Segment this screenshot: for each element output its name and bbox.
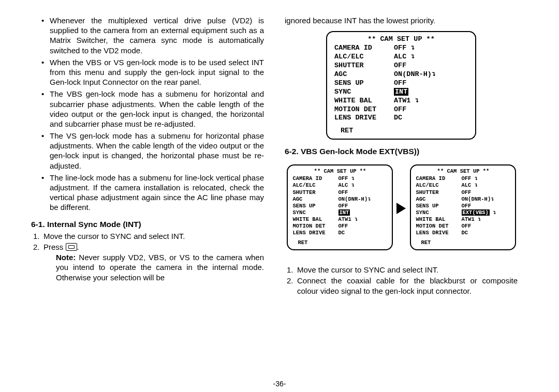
menu-key: WHITE BAL — [416, 216, 462, 223]
step-1: Move the cursor to SYNC and select INT. — [285, 265, 518, 275]
menu-key: SENS UP — [416, 203, 462, 209]
bullet-item: The VS gen-lock mode has a submenu for h… — [41, 131, 264, 171]
menu-val: ON(DNR-H)↴ — [339, 196, 371, 203]
cam-setup-menu-small-after: ** CAM SET UP ** CAMERA IDOFF ↴ ALC/ELCA… — [410, 164, 516, 250]
cam-setup-menu: ** CAM SET UP ** CAMERA IDOFF ↴ ALC/ELCA… — [326, 31, 476, 140]
menu-val: OFF ↴ — [339, 175, 371, 182]
menu-key: SENS UP — [334, 79, 394, 88]
menu-key: SYNC — [334, 88, 394, 97]
menu-key: AGC — [334, 70, 394, 79]
menu-button-icon — [66, 243, 77, 251]
menu-table: CAMERA IDOFF ↴ ALC/ELCALC ↴ SHUTTEROFF A… — [416, 175, 496, 236]
menu-val: INT — [394, 88, 436, 97]
menu-key: WHITE BAL — [293, 216, 339, 223]
note: Note: Never supply VD2, VBS, or VS to th… — [56, 252, 264, 283]
menu-key: CAMERA ID — [416, 175, 462, 182]
menu-key: SHUTTER — [293, 189, 339, 196]
bullet-item: The line-lock mode has a submenu for lin… — [41, 173, 264, 213]
svg-marker-0 — [396, 203, 406, 214]
menu-key: ALC/ELC — [334, 53, 394, 62]
menu-key: CAMERA ID — [293, 175, 339, 182]
menu-key: LENS DRIVE — [334, 114, 394, 123]
menu-key: SYNC — [416, 209, 462, 216]
selected-value: EXT(VBS) — [462, 209, 490, 216]
menu-key: ALC/ELC — [416, 182, 462, 189]
menu-val: ON(DNR-H)↴ — [394, 70, 436, 79]
bullet-item: When the VBS or VS gen-lock mode is to b… — [41, 57, 264, 87]
menu-key: SENS UP — [293, 203, 339, 209]
menu-key: LENS DRIVE — [416, 230, 462, 236]
menu-title: ** CAM SET UP ** — [293, 168, 388, 175]
menu-title: ** CAM SET UP ** — [334, 35, 468, 44]
menu-val: OFF — [339, 203, 371, 209]
menu-key: WHITE BAL — [334, 97, 394, 105]
menu-key: AGC — [293, 196, 339, 203]
menu-val: ALC ↴ — [462, 182, 496, 189]
step-2-prefix: Press — [43, 243, 66, 251]
menu-val: OFF — [462, 189, 496, 196]
menu-table: CAMERA IDOFF ↴ ALC/ELCALC ↴ SHUTTEROFF A… — [334, 44, 436, 123]
menu-title: ** CAM SET UP ** — [416, 168, 511, 175]
menu-val: DC — [394, 114, 436, 123]
menu-val: OFF — [394, 79, 436, 88]
menu-key: AGC — [416, 196, 462, 203]
continued-text: ignored because INT has the lowest prior… — [285, 16, 518, 26]
bullet-list: Whenever the multiplexed vertical drive … — [41, 16, 264, 213]
arrow-right-icon — [396, 203, 406, 214]
menu-val: OFF — [462, 223, 496, 230]
note-text: Never supply VD2, VBS, or VS to the came… — [56, 253, 264, 282]
menu-key: ALC/ELC — [293, 182, 339, 189]
menu-val: ON(DNR-H)↴ — [462, 196, 496, 203]
section-6-2-heading: 6-2. VBS Gen-lock Mode EXT(VBS)) — [285, 147, 518, 156]
menu-val: DC — [462, 230, 496, 236]
menu-val: OFF — [394, 62, 436, 70]
left-column: Whenever the multiplexed vertical drive … — [26, 16, 274, 387]
section-6-1-heading: 6-1. Internal Sync Mode (INT) — [31, 220, 264, 229]
menu-val: INT — [339, 209, 371, 216]
menu-key: MOTION DET — [293, 223, 339, 230]
selected-value: INT — [394, 88, 408, 96]
menu-val: ATW1 ↴ — [462, 216, 496, 223]
menu-val: OFF — [462, 203, 496, 209]
menu-val: ATW1 ↴ — [394, 97, 436, 105]
menu-key: MOTION DET — [416, 223, 462, 230]
menu-val: ALC ↴ — [339, 182, 371, 189]
menu-val: OFF ↴ — [394, 44, 436, 53]
menu-val: OFF — [339, 189, 371, 196]
note-label: Note: — [56, 253, 76, 262]
menu-val: EXT(VBS) ↴ — [462, 209, 496, 216]
menu-val: OFF — [339, 223, 371, 230]
step-1: Move the cursor to SYNC and select INT. — [31, 231, 264, 242]
menu-val: OFF ↴ — [462, 175, 496, 182]
menu-val: ALC ↴ — [394, 53, 436, 62]
numbered-list-61: Move the cursor to SYNC and select INT. … — [31, 231, 264, 283]
menu-key: CAMERA ID — [334, 44, 394, 53]
menu-pair: ** CAM SET UP ** CAMERA IDOFF ↴ ALC/ELCA… — [285, 159, 518, 257]
menu-ret: RET — [341, 127, 468, 135]
right-column: ignored because INT has the lowest prior… — [274, 16, 523, 387]
menu-key: LENS DRIVE — [293, 230, 339, 236]
bullet-item: Whenever the multiplexed vertical drive … — [41, 16, 264, 55]
step-2-suffix: . — [77, 243, 79, 251]
menu-val: OFF — [394, 105, 436, 114]
selected-value: INT — [339, 209, 350, 216]
menu-val: DC — [339, 230, 371, 236]
cam-setup-menu-small-before: ** CAM SET UP ** CAMERA IDOFF ↴ ALC/ELCA… — [287, 164, 393, 250]
page-number: -36- — [0, 380, 559, 388]
menu-ret: RET — [298, 239, 388, 246]
numbered-list-62: Move the cursor to SYNC and select INT. … — [285, 265, 518, 296]
submenu-arrow: ↴ — [490, 209, 496, 216]
menu-key: SYNC — [293, 209, 339, 216]
menu-table: CAMERA IDOFF ↴ ALC/ELCALC ↴ SHUTTEROFF A… — [293, 175, 371, 236]
menu-val: ATW1 ↴ — [339, 216, 371, 223]
menu-key: MOTION DET — [334, 105, 394, 114]
menu-key: SHUTTER — [334, 62, 394, 70]
step-2: Connect the coaxial cable for the blackb… — [285, 276, 518, 296]
step-2: Press . Note: Never supply VD2, VBS, or … — [31, 242, 264, 282]
bullet-item: The VBS gen-lock mode has a submenu for … — [41, 89, 264, 129]
menu-ret: RET — [421, 239, 511, 246]
menu-key: SHUTTER — [416, 189, 462, 196]
